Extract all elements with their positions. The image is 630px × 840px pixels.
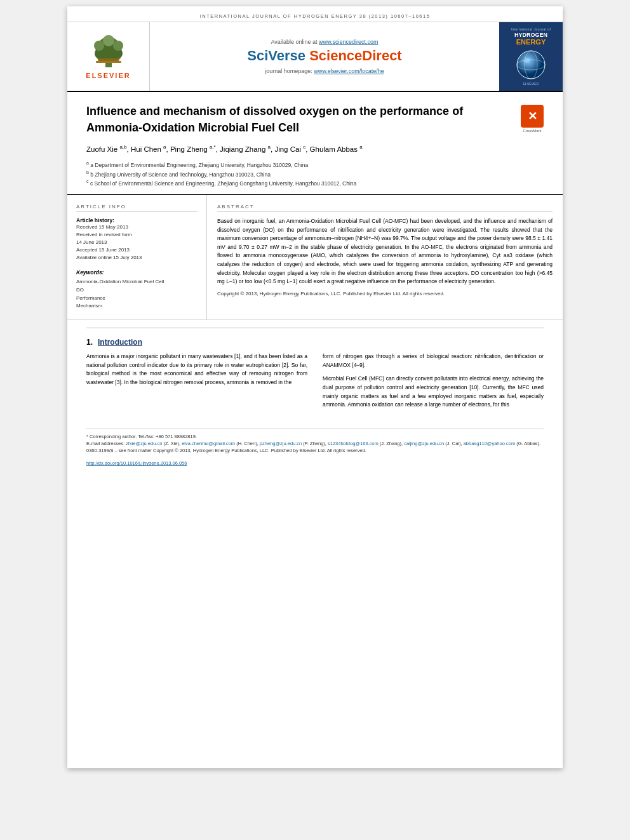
article-history-label: Article history:: [76, 217, 198, 223]
intro-left-text: Ammonia is a major inorganic pollutant i…: [86, 352, 307, 387]
abstract-text: Based on inorganic fuel, an Ammonia-Oxid…: [217, 217, 553, 286]
corresponding-author-note: * Corresponding author. Tel./fax: +86 57…: [86, 433, 544, 440]
intro-heading-line: 1. Introduction: [86, 336, 544, 347]
intro-right-text: form of nitrogen gas through a series of…: [323, 352, 544, 370]
available-date: Available online 15 July 2013: [76, 254, 198, 262]
available-text: Available online at www.sciencedirect.co…: [271, 39, 379, 45]
intro-left-col: Ammonia is a major inorganic pollutant i…: [86, 352, 307, 410]
keyword-4: Mechanism: [76, 302, 198, 310]
journal-hydrogen-label: HYDROGEN: [511, 32, 551, 39]
sciencedirect-url[interactable]: www.sciencedirect.com: [319, 39, 379, 45]
keyword-2: DO: [76, 286, 198, 295]
email-note: E-mail addresses: zfxie@zju.edu.cn (Z. X…: [86, 440, 544, 447]
affiliations: a a Department of Environmental Engineer…: [86, 160, 544, 188]
email-zhang[interactable]: s1234hotdog@163.com: [328, 441, 379, 446]
journal-header-bar: International Journal of Hydrogen Energy…: [67, 6, 563, 22]
email-zheng[interactable]: pzheng@zju.edu.cn: [260, 441, 302, 446]
email-cai[interactable]: caijing@zju.edu.cn: [404, 441, 444, 446]
doi-bar: http://dx.doi.org/10.1016/j.ijhydene.201…: [67, 454, 563, 469]
footnote-section: * Corresponding author. Tel./fax: +86 57…: [86, 429, 544, 455]
received-date: Received 15 May 2013: [76, 223, 198, 231]
intro-section-number: 1.: [86, 338, 93, 347]
svg-point-5: [103, 35, 114, 46]
article-info-col: Article Info Article history: Received 1…: [67, 195, 207, 319]
keyword-3: Performance: [76, 295, 198, 303]
abstract-col: Abstract Based on inorganic fuel, an Amm…: [207, 195, 563, 319]
abstract-title: Abstract: [217, 204, 553, 212]
section-divider: [86, 328, 544, 328]
doi-link[interactable]: http://dx.doi.org/10.1016/j.ijhydene.201…: [86, 460, 187, 466]
intro-section-title: Introduction: [98, 338, 142, 347]
elsevier-tree-icon: [86, 34, 131, 69]
sciverse-direct-label: ScienceDirect: [309, 48, 402, 63]
revised-date: 14 June 2013: [76, 239, 198, 246]
issn-note: 0360-3199/$ – see front matter Copyright…: [86, 447, 544, 454]
email-chen[interactable]: elva.chenhui@gmail.com: [182, 441, 235, 446]
article-info-title: Article Info: [76, 204, 198, 212]
center-header: Available online at www.sciencedirect.co…: [150, 22, 499, 91]
intro-right-col: form of nitrogen gas through a series of…: [323, 352, 544, 410]
elsevier-label: ELSEVIER: [86, 72, 130, 79]
journal-cover-box: International Journal of HYDROGEN ENERGY: [499, 22, 563, 91]
article-title-section: ✕ CrossMark Influence and mechanism of d…: [67, 92, 563, 195]
top-header: ELSEVIER Available online at www.science…: [67, 22, 563, 92]
svg-rect-7: [96, 61, 121, 63]
journal-energy-label: ENERGY: [511, 38, 551, 46]
affiliation-c: c c School of Environmental Science and …: [86, 178, 544, 188]
crossmark-label: CrossMark: [523, 129, 541, 133]
affiliation-a: a a Department of Environmental Engineer…: [86, 160, 544, 170]
journal-homepage-url[interactable]: www.elsevier.com/locate/he: [314, 68, 384, 74]
affiliation-b: b b Zhejiang University of Science and T…: [86, 170, 544, 179]
intro-right-text-2: Microbial Fuel Cell (MFC) can directly c…: [323, 375, 544, 409]
accepted-date: Accepted 15 June 2013: [76, 246, 198, 254]
hydrogen-energy-title-box: International Journal of HYDROGEN ENERGY: [511, 27, 551, 46]
svg-rect-6: [98, 58, 119, 61]
revised-label: Received in revised form: [76, 231, 198, 239]
email-abbas[interactable]: abbasg110@yahoo.com: [464, 441, 515, 446]
crossmark-badge: ✕: [521, 105, 544, 128]
sciverse-title: SciVerse ScienceDirect: [247, 48, 401, 64]
journal-cover-publisher: ELSEVIER: [523, 82, 539, 86]
abstract-copyright: Copyright © 2013, Hydrogen Energy Public…: [217, 290, 553, 298]
info-abstract-section: Article Info Article history: Received 1…: [67, 195, 563, 320]
journal-intl-label: International Journal of: [511, 27, 551, 32]
authors-line: Zuofu Xie a,b, Hui Chen a, Ping Zheng a,…: [86, 143, 544, 155]
keywords-label: Keywords:: [76, 269, 198, 276]
article-title: Influence and mechanism of dissolved oxy…: [86, 103, 544, 135]
crossmark-container: ✕ CrossMark: [521, 105, 544, 133]
svg-point-3: [94, 41, 104, 51]
journal-homepage: journal homepage: www.elsevier.com/locat…: [265, 68, 384, 74]
page: International Journal of Hydrogen Energy…: [67, 6, 563, 768]
keyword-1: Ammonia-Oxidation Microbial Fuel Cell: [76, 278, 198, 286]
hydrogen-globe-icon: [515, 49, 547, 81]
sciverse-sci-label: SciVerse: [247, 48, 309, 63]
elsevier-logo-section: ELSEVIER: [67, 22, 150, 91]
email-xie[interactable]: zfxie@zju.edu.cn: [126, 441, 162, 446]
intro-two-col: Ammonia is a major inorganic pollutant i…: [86, 352, 544, 410]
journal-header-text: International Journal of Hydrogen Energy…: [200, 13, 431, 19]
svg-point-4: [113, 41, 123, 51]
introduction-section: 1. Introduction Ammonia is a major inorg…: [67, 336, 563, 422]
